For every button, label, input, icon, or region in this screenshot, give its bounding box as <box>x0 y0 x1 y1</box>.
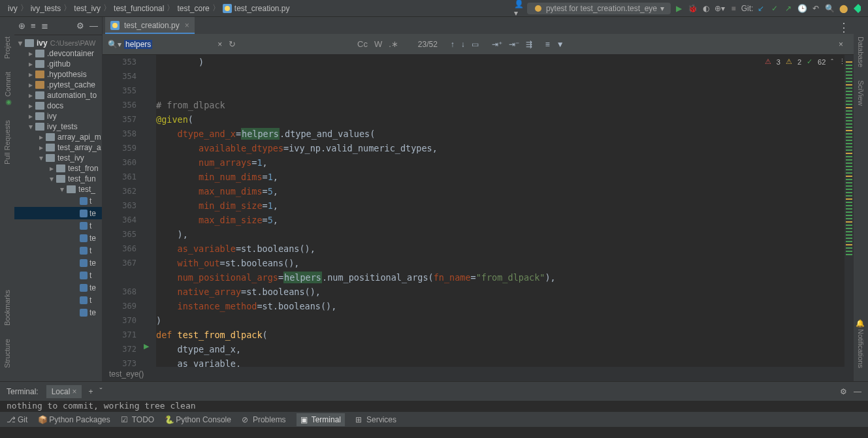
status-todo[interactable]: ☑TODO <box>121 415 154 424</box>
line-gutter[interactable]: 3533543553563573583593603613623633643653… <box>103 55 140 367</box>
bc-ivy-tests[interactable]: ivy_tests <box>31 4 61 13</box>
prev-match-icon[interactable]: ↑ <box>451 40 455 49</box>
toggle-in-selection-icon[interactable]: ≡ <box>545 40 550 49</box>
editor-breadcrumb[interactable]: test_eye() <box>103 367 854 381</box>
debug-button[interactable]: 🐞 <box>686 3 698 14</box>
project-tree-body[interactable]: ▾ivyC:\Users\PAW ▸.devcontainer▸.github▸… <box>14 35 102 321</box>
close-find-bar-icon[interactable]: × <box>839 40 843 49</box>
tree-pyfile[interactable]: t <box>14 269 102 281</box>
terminal-output[interactable]: nothing to commit, working tree clean <box>0 401 868 411</box>
user-icon[interactable]: 👤▾ <box>513 3 525 14</box>
tree-item-test-[interactable]: ▾test_ <box>14 184 102 195</box>
tree-pyfile[interactable]: te <box>14 207 102 219</box>
tree-pyfile[interactable]: te <box>14 281 102 294</box>
bc-test-core[interactable]: test_core <box>177 4 209 13</box>
tree-pyfile[interactable]: te <box>14 306 102 319</box>
gutter-markers[interactable]: ▶ <box>140 55 156 367</box>
tree-root[interactable]: ▾ivyC:\Users\PAW <box>14 38 102 48</box>
terminal-settings-icon[interactable]: ⚙ <box>840 387 847 396</box>
bc-test-functional[interactable]: test_functional <box>114 4 164 13</box>
select-all-icon[interactable]: ▭ <box>472 40 479 49</box>
new-terminal-button[interactable]: + <box>88 387 93 396</box>
run-button[interactable]: ▶ <box>673 3 684 14</box>
words-button[interactable]: W <box>374 39 382 49</box>
inspection-summary[interactable]: ⚠3 ⚠2 ✓62 ˆ ⋮ <box>765 57 846 66</box>
pull-requests-tool-button[interactable]: Pull Requests <box>3 120 11 164</box>
bc-file[interactable]: test_creation.py <box>234 4 290 13</box>
ide-settings-icon[interactable]: ⬤ <box>837 3 849 14</box>
add-selection-icon[interactable]: ⇥⁺ <box>492 40 502 49</box>
tree-item--devcontainer[interactable]: ▸.devcontainer <box>14 48 102 59</box>
database-tool-button[interactable]: Database <box>857 37 865 67</box>
filter-icon[interactable]: ▼ <box>556 40 564 49</box>
select-occurrences-icon[interactable]: ⇶ <box>526 40 532 49</box>
tree-pyfile[interactable]: t <box>14 195 102 207</box>
remove-selection-icon[interactable]: ⇥⁻ <box>509 40 519 49</box>
stop-button[interactable]: ■ <box>728 3 739 14</box>
run-config-selector[interactable]: pytest for test_creation.test_eye ▾ <box>527 3 671 14</box>
terminal-local-tab[interactable]: Local× <box>46 385 82 398</box>
code-area[interactable]: ) # from_dlpack @given( dtype_and_x=help… <box>156 55 844 367</box>
editor-more-icon[interactable]: ⋮ <box>838 20 850 35</box>
clear-search-icon[interactable]: × <box>217 40 222 49</box>
bookmarks-tool-button[interactable]: Bookmarks <box>3 290 11 326</box>
search-everywhere-icon[interactable]: 🔍 <box>824 3 835 14</box>
tree-item-array-api-m[interactable]: ▸array_api_m <box>14 132 102 142</box>
tree-pyfile[interactable]: te <box>14 232 102 244</box>
project-tool-button[interactable]: Project <box>3 37 11 59</box>
tree-item--github[interactable]: ▸.github <box>14 59 102 69</box>
profile-button[interactable]: ⊕▾ <box>714 3 726 14</box>
collapse-all-icon[interactable]: ≣ <box>41 21 48 31</box>
tree-item--hypothesis[interactable]: ▸.hypothesis <box>14 69 102 80</box>
tree-item-automation-to[interactable]: ▸automation_to <box>14 90 102 101</box>
tree-item-test-fron[interactable]: ▸test_fron <box>14 163 102 174</box>
select-opened-file-icon[interactable]: ⊕ <box>18 21 25 31</box>
status-python-console[interactable]: 🐍Python Console <box>165 415 231 424</box>
status-python-packages[interactable]: 📦Python Packages <box>38 415 110 424</box>
tree-item-ivy-tests[interactable]: ▾ivy_tests <box>14 121 102 132</box>
tab-close-icon[interactable]: × <box>185 21 189 30</box>
tree-item-docs[interactable]: ▸docs <box>14 101 102 111</box>
tree-item-ivy[interactable]: ▸ivy <box>14 111 102 121</box>
bc-ivy[interactable]: ivy <box>8 4 18 13</box>
expand-inspections-icon[interactable]: ˆ <box>831 58 833 66</box>
git-history-icon[interactable]: 🕒 <box>796 3 808 14</box>
status-problems[interactable]: ⊘Problems <box>242 415 286 424</box>
git-rollback-icon[interactable]: ↶ <box>810 3 822 14</box>
tree-item-test-array-a[interactable]: ▸test_array_a <box>14 142 102 153</box>
prev-search-history-icon[interactable]: ↻ <box>229 39 236 49</box>
status-services[interactable]: ⊞Services <box>355 415 396 424</box>
expand-all-icon[interactable]: ≡ <box>31 21 36 31</box>
inspection-menu-icon[interactable]: ⋮ <box>839 57 846 66</box>
match-case-button[interactable]: Cc <box>357 39 368 49</box>
next-match-icon[interactable]: ↓ <box>461 40 465 49</box>
commit-tool-button[interactable]: ◉Commit <box>3 72 12 107</box>
tab-test-creation[interactable]: test_creation.py × <box>105 17 195 34</box>
settings-gear-icon[interactable]: ⚙ <box>76 21 84 31</box>
status-terminal[interactable]: ▣Terminal <box>297 413 345 426</box>
terminal-dropdown-icon[interactable]: ˇ <box>99 387 102 396</box>
regex-button[interactable]: .∗ <box>389 39 398 49</box>
git-push-icon[interactable]: ↗ <box>782 3 794 14</box>
hide-panel-icon[interactable]: — <box>89 21 98 31</box>
search-input[interactable]: helpers <box>124 40 152 49</box>
tree-item-test-fun[interactable]: ▾test_fun <box>14 174 102 184</box>
structure-tool-button[interactable]: Structure <box>3 339 11 368</box>
tree-pyfile[interactable]: t <box>14 244 102 257</box>
editor-content[interactable]: 3533543553563573583593603613623633643653… <box>103 55 854 367</box>
ide-logo-icon[interactable] <box>851 3 863 14</box>
git-update-icon[interactable]: ↙ <box>755 3 767 14</box>
tree-item-test-ivy[interactable]: ▾test_ivy <box>14 153 102 163</box>
error-stripe[interactable] <box>844 55 854 367</box>
tree-item--pytest-cache[interactable]: ▸.pytest_cache <box>14 80 102 90</box>
coverage-button[interactable]: ◐ <box>700 3 712 14</box>
tree-pyfile[interactable]: t <box>14 294 102 306</box>
hide-terminal-icon[interactable]: — <box>854 387 861 396</box>
status-git[interactable]: ⎇Git <box>7 415 27 424</box>
bc-test-ivy[interactable]: test_ivy <box>74 4 101 13</box>
sciview-tool-button[interactable]: SciView <box>857 80 865 106</box>
git-commit-icon[interactable]: ✓ <box>769 3 780 14</box>
breadcrumb[interactable]: ivy〉 ivy_tests〉 test_ivy〉 test_functiona… <box>0 3 513 14</box>
tree-pyfile[interactable]: t <box>14 219 102 232</box>
tree-pyfile[interactable]: te <box>14 257 102 269</box>
